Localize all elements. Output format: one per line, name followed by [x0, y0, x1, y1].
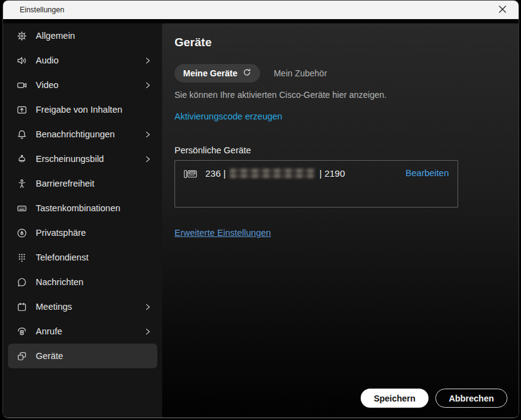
- sidebar-item-geraete[interactable]: Geräte: [8, 344, 157, 368]
- sidebar-item-audio[interactable]: Audio: [8, 48, 157, 73]
- page-title: Geräte: [174, 36, 506, 49]
- sidebar-item-telefondienst[interactable]: Telefondienst: [8, 245, 157, 270]
- sidebar-item-label: Privatsphäre: [36, 228, 152, 238]
- sidebar-item-label: Geräte: [36, 351, 152, 361]
- dialpad-icon: [16, 252, 27, 263]
- sidebar-item-label: Anrufe: [36, 326, 135, 336]
- phone-icon: [16, 326, 27, 337]
- sidebar-item-benachrichtigungen[interactable]: Benachrichtigungen: [8, 122, 157, 147]
- desk-phone-icon: [184, 169, 197, 182]
- personal-device-card: 236 | | 2190 Bearbeiten: [174, 160, 458, 208]
- chevron-right-icon: [144, 81, 152, 89]
- devices-panel: Geräte Meine Geräte Mein Zubehör Sie kön…: [162, 23, 519, 418]
- settings-dialog: Einstellungen Allgemein Audio: [2, 0, 519, 418]
- tab-meine-geraete[interactable]: Meine Geräte: [174, 64, 260, 83]
- titlebar: Einstellungen: [3, 1, 519, 19]
- sidebar-item-anrufe[interactable]: Anrufe: [8, 319, 157, 344]
- sidebar-item-erscheinungsbild[interactable]: Erscheinungsbild: [8, 147, 157, 171]
- sidebar-item-label: Audio: [36, 55, 135, 65]
- chevron-right-icon: [144, 303, 152, 311]
- sidebar-item-barrierefreiheit[interactable]: Barrierefreiheit: [8, 171, 157, 196]
- redacted-device-name: [230, 169, 315, 178]
- save-button[interactable]: Speichern: [361, 389, 429, 408]
- sidebar-item-label: Freigabe von Inhalten: [36, 105, 152, 115]
- sidebar-item-label: Barrierefreiheit: [36, 179, 152, 188]
- cancel-button[interactable]: Abbrechen: [435, 389, 507, 408]
- sidebar-item-freigabe-von-inhalten[interactable]: Freigabe von Inhalten: [8, 97, 157, 122]
- sidebar-item-label: Benachrichtigungen: [36, 129, 135, 139]
- device-tabs: Meine Geräte Mein Zubehör: [174, 64, 506, 83]
- close-button[interactable]: [490, 1, 515, 19]
- sidebar-item-meetings[interactable]: Meetings: [8, 294, 157, 319]
- tab-mein-zubehoer[interactable]: Mein Zubehör: [274, 68, 327, 78]
- device-name: 236 | | 2190: [205, 168, 345, 179]
- accessibility-icon: [16, 178, 27, 189]
- titlebar-shadow-strip: [3, 19, 519, 23]
- sidebar-item-label: Erscheinungsbild: [36, 154, 135, 164]
- chevron-right-icon: [144, 155, 152, 163]
- sidebar-item-label: Meetings: [36, 302, 135, 312]
- device-name-prefix: 236 |: [205, 168, 226, 179]
- sidebar-item-nachrichten[interactable]: Nachrichten: [8, 270, 157, 294]
- close-icon: [499, 6, 506, 15]
- sidebar-item-label: Telefondienst: [36, 252, 152, 262]
- edit-device-link[interactable]: Bearbeiten: [406, 168, 449, 178]
- chevron-right-icon: [144, 57, 152, 65]
- paintbrush-icon: [16, 153, 27, 164]
- sidebar-item-allgemein[interactable]: Allgemein: [8, 23, 157, 48]
- privacy-lock-icon: [16, 227, 27, 238]
- settings-sidebar: Allgemein Audio Video: [3, 23, 162, 418]
- sidebar-item-video[interactable]: Video: [8, 73, 157, 97]
- tab-label: Meine Geräte: [183, 68, 237, 78]
- share-content-icon: [16, 104, 27, 115]
- devices-icon: [16, 350, 27, 361]
- bell-icon: [16, 129, 27, 140]
- advanced-settings-link[interactable]: Erweiterte Einstellungen: [174, 228, 271, 238]
- device-name-suffix: | 2190: [319, 168, 345, 179]
- chevron-right-icon: [144, 328, 152, 336]
- calendar-icon: [16, 301, 27, 312]
- speaker-icon: [16, 55, 27, 66]
- sidebar-item-tastenkombinationen[interactable]: Tastenkombinationen: [8, 196, 157, 220]
- sidebar-item-label: Tastenkombinationen: [36, 203, 152, 213]
- sidebar-item-label: Video: [36, 80, 135, 90]
- chat-bubble-icon: [16, 277, 27, 288]
- sidebar-item-label: Allgemein: [36, 31, 152, 41]
- sidebar-item-label: Nachrichten: [36, 277, 152, 287]
- sidebar-item-privatsphaere[interactable]: Privatsphäre: [8, 220, 157, 245]
- video-camera-icon: [16, 79, 27, 91]
- chevron-right-icon: [144, 131, 152, 139]
- generate-activation-code-link[interactable]: Aktivierungscode erzeugen: [174, 111, 282, 121]
- dialog-footer: Speichern Abbrechen: [361, 389, 507, 408]
- gear-icon: [16, 30, 27, 41]
- devices-description: Sie können Ihre aktivierten Cisco-Geräte…: [174, 90, 506, 100]
- personal-devices-label: Persönliche Geräte: [174, 145, 506, 155]
- window-title: Einstellungen: [20, 6, 64, 14]
- refresh-icon[interactable]: [242, 68, 252, 79]
- keyboard-icon: [16, 203, 27, 214]
